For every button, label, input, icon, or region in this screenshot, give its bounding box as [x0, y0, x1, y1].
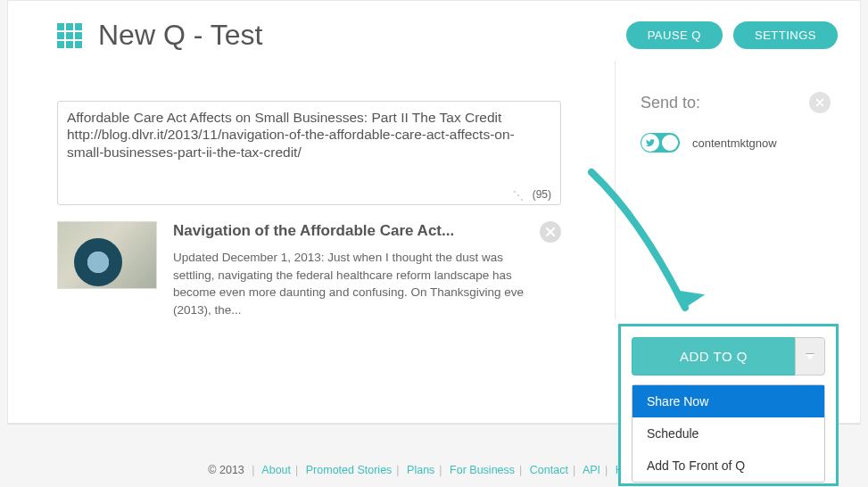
copyright: © 2013: [208, 464, 244, 476]
chevron-down-icon: [806, 354, 814, 359]
resize-handle-icon[interactable]: [515, 189, 525, 200]
settings-button[interactable]: SETTINGS: [733, 21, 838, 49]
remove-article-button[interactable]: [540, 221, 561, 243]
article-thumbnail: [57, 221, 157, 289]
add-to-q-dropdown: Share Now Schedule Add To Front of Q: [632, 384, 825, 483]
dropdown-item-schedule[interactable]: Schedule: [632, 417, 824, 450]
account-name: contentmktgnow: [692, 136, 777, 150]
article-title: Navigation of the Affordable Care Act...: [173, 221, 524, 240]
page-title: New Q - Test: [98, 19, 262, 52]
account-toggle[interactable]: [641, 133, 680, 153]
footer-link[interactable]: Contact: [530, 464, 568, 476]
add-to-q-dropdown-toggle[interactable]: [795, 337, 825, 376]
twitter-icon: [641, 134, 659, 152]
footer-link[interactable]: Promoted Stories: [306, 464, 393, 476]
char-count: (95): [533, 188, 551, 201]
footer-link[interactable]: About: [261, 464, 291, 476]
add-to-q-panel: ADD TO Q Share Now Schedule Add To Front…: [618, 324, 839, 486]
dropdown-item-add-front[interactable]: Add To Front of Q: [632, 450, 824, 482]
pause-q-button[interactable]: PAUSE Q: [626, 21, 723, 49]
send-to-label: Send to:: [641, 94, 700, 112]
close-panel-button[interactable]: [809, 92, 831, 113]
article-preview: Navigation of the Affordable Care Act...…: [57, 221, 561, 319]
article-excerpt: Updated December 1, 2013: Just when I th…: [173, 249, 524, 318]
add-to-q-button[interactable]: ADD TO Q: [632, 337, 795, 376]
footer-link[interactable]: Plans: [407, 464, 434, 476]
grid-icon[interactable]: [57, 23, 82, 48]
compose-box: (95): [57, 101, 561, 205]
footer-link[interactable]: For Business: [450, 464, 515, 476]
footer-link[interactable]: API: [583, 464, 600, 476]
compose-textarea[interactable]: [67, 109, 551, 185]
dropdown-item-share-now[interactable]: Share Now: [632, 385, 824, 417]
